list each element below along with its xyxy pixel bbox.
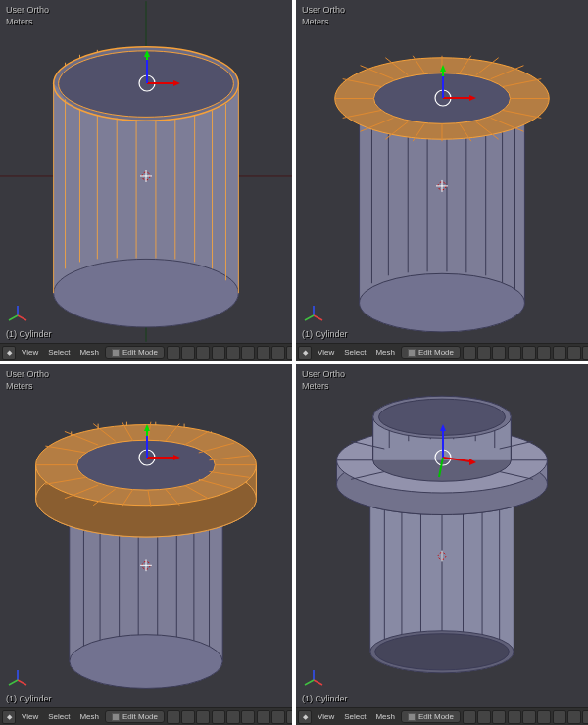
display-mode-buttons[interactable] <box>167 346 210 360</box>
mesh-render <box>296 364 588 707</box>
svg-point-2 <box>54 259 239 327</box>
object-info: (1) Cylinder <box>6 694 52 703</box>
svg-line-29 <box>9 315 18 320</box>
menu-view[interactable]: View <box>18 348 42 357</box>
object-info: (1) Cylinder <box>302 694 348 703</box>
manipulator-buttons[interactable] <box>553 710 588 724</box>
svg-line-174 <box>305 680 314 685</box>
menu-select[interactable]: Select <box>44 712 74 721</box>
blender-panel-2: User OrthoMeters (1) Cylinder ◆ View Sel… <box>296 0 588 361</box>
select-mode-buttons[interactable] <box>212 346 255 360</box>
3d-viewport[interactable]: User OrthoMeters (1) Cylinder <box>296 0 588 343</box>
display-mode-buttons[interactable] <box>167 710 210 724</box>
viewport-header: ◆ View Select Mesh Edit Mode Global <box>0 707 292 725</box>
menu-view[interactable]: View <box>18 712 42 721</box>
menu-select[interactable]: Select <box>340 712 369 721</box>
3d-viewport[interactable]: User Ortho Meters (1) Cylinder <box>0 0 292 343</box>
menu-mesh[interactable]: Mesh <box>371 348 399 357</box>
svg-point-100 <box>77 440 216 490</box>
object-info: (1) Cylinder <box>302 329 348 339</box>
viewport-header: ◆ View Select Mesh Edit Mode Global <box>0 343 292 361</box>
menu-mesh[interactable]: Mesh <box>75 712 103 721</box>
svg-point-156 <box>378 399 505 435</box>
menu-select[interactable]: Select <box>44 348 74 357</box>
mode-selector[interactable]: Edit Mode <box>401 346 461 359</box>
screenshot-grid: User Ortho Meters (1) Cylinder ◆ View Se… <box>0 0 588 725</box>
view-info: User Ortho Meters <box>6 4 49 27</box>
svg-point-143 <box>375 634 510 670</box>
view-info: User OrthoMeters <box>6 368 49 392</box>
blender-panel-4: User OrthoMeters (1) Cylinder ◆ View Sel… <box>296 364 588 725</box>
viewport-header: ◆ View Select Mesh Edit Mode Global <box>296 343 588 361</box>
mesh-render <box>0 364 292 707</box>
menu-mesh[interactable]: Mesh <box>75 348 103 357</box>
manipulator-buttons[interactable] <box>257 710 292 724</box>
svg-line-74 <box>314 315 322 320</box>
svg-line-28 <box>18 315 26 320</box>
blender-panel-3: User OrthoMeters (1) Cylinder ◆ View Sel… <box>0 364 292 725</box>
display-mode-buttons[interactable] <box>463 346 506 360</box>
svg-point-41 <box>360 273 525 332</box>
editor-type-icon[interactable]: ◆ <box>2 346 16 360</box>
svg-line-132 <box>9 680 18 685</box>
manipulator-buttons[interactable] <box>553 346 588 360</box>
menu-mesh[interactable]: Mesh <box>371 712 399 721</box>
mesh-render <box>296 0 588 343</box>
display-mode-buttons[interactable] <box>463 710 506 724</box>
menu-view[interactable]: View <box>314 712 338 721</box>
select-mode-buttons[interactable] <box>212 710 255 724</box>
select-mode-buttons[interactable] <box>508 710 551 724</box>
menu-view[interactable]: View <box>314 348 338 357</box>
mode-selector[interactable]: Edit Mode <box>105 710 165 723</box>
editor-type-icon[interactable]: ◆ <box>2 710 16 724</box>
select-mode-buttons[interactable] <box>508 346 551 360</box>
editor-type-icon[interactable]: ◆ <box>298 710 312 724</box>
mesh-render <box>0 0 292 343</box>
object-info: (1) Cylinder <box>6 329 52 339</box>
mode-selector[interactable]: Edit Mode <box>105 346 165 359</box>
menu-select[interactable]: Select <box>340 348 369 357</box>
axis-indicator <box>6 668 29 692</box>
3d-viewport[interactable]: User OrthoMeters (1) Cylinder <box>0 364 292 707</box>
axis-indicator <box>6 304 29 327</box>
svg-line-131 <box>18 680 26 685</box>
axis-indicator <box>302 304 325 327</box>
viewport-header: ◆ View Select Mesh Edit Mode Global <box>296 707 588 725</box>
manipulator-buttons[interactable] <box>257 346 292 360</box>
svg-point-86 <box>70 635 222 689</box>
view-info: User OrthoMeters <box>302 368 345 392</box>
view-info: User OrthoMeters <box>302 4 345 27</box>
svg-point-16 <box>59 51 234 118</box>
blender-panel-1: User Ortho Meters (1) Cylinder ◆ View Se… <box>0 0 292 361</box>
editor-type-icon[interactable]: ◆ <box>298 346 312 360</box>
axis-indicator <box>302 668 325 692</box>
svg-line-75 <box>305 315 314 320</box>
svg-line-173 <box>314 680 322 685</box>
3d-viewport[interactable]: User OrthoMeters (1) Cylinder <box>296 364 588 707</box>
svg-point-43 <box>373 73 510 124</box>
mode-selector[interactable]: Edit Mode <box>401 710 461 723</box>
